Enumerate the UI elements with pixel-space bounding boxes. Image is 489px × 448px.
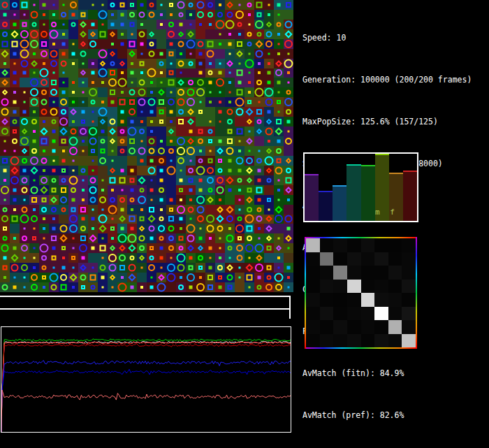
grid-cell[interactable] (98, 263, 108, 273)
grid-cell[interactable] (196, 78, 205, 87)
grid-cell[interactable] (225, 205, 235, 215)
grid-cell[interactable] (264, 39, 274, 49)
grid-cell[interactable] (137, 10, 147, 20)
grid-cell[interactable] (147, 205, 156, 215)
grid-cell[interactable] (127, 156, 137, 166)
grid-cell[interactable] (127, 166, 137, 175)
grid-cell[interactable] (245, 136, 254, 146)
grid-cell[interactable] (127, 127, 137, 136)
grid-cell[interactable] (68, 117, 78, 127)
grid-cell[interactable] (205, 253, 215, 263)
grid-cell[interactable] (127, 39, 137, 49)
grid-cell[interactable] (117, 68, 127, 78)
grid-cell[interactable] (39, 215, 49, 224)
grid-cell[interactable] (108, 29, 117, 39)
grid-cell[interactable] (88, 10, 98, 20)
grid-cell[interactable] (137, 107, 147, 117)
grid-cell[interactable] (264, 195, 274, 205)
grid-cell[interactable] (0, 273, 10, 282)
grid-cell[interactable] (254, 233, 264, 243)
grid-cell[interactable] (274, 205, 284, 215)
grid-cell[interactable] (166, 68, 176, 78)
grid-cell[interactable] (68, 205, 78, 215)
grid-cell[interactable] (176, 39, 186, 49)
grid-cell[interactable] (29, 39, 39, 49)
grid-cell[interactable] (39, 127, 49, 136)
grid-cell[interactable] (0, 215, 10, 224)
grid-cell[interactable] (176, 29, 186, 39)
grid-cell[interactable] (10, 127, 20, 136)
grid-cell[interactable] (108, 78, 117, 87)
grid-cell[interactable] (117, 49, 127, 59)
grid-cell[interactable] (78, 224, 88, 233)
grid-cell[interactable] (205, 107, 215, 117)
grid-cell[interactable] (88, 59, 98, 68)
grid-cell[interactable] (10, 166, 20, 175)
grid-cell[interactable] (156, 146, 166, 156)
grid-cell[interactable] (176, 20, 186, 29)
grid-cell[interactable] (166, 205, 176, 215)
grid-cell[interactable] (137, 263, 147, 273)
grid-cell[interactable] (264, 0, 274, 10)
grid-cell[interactable] (215, 185, 225, 195)
grid-cell[interactable] (166, 78, 176, 87)
grid-cell[interactable] (117, 233, 127, 243)
grid-cell[interactable] (68, 97, 78, 107)
grid-cell[interactable] (147, 39, 156, 49)
grid-cell[interactable] (264, 68, 274, 78)
grid-cell[interactable] (29, 107, 39, 117)
grid-cell[interactable] (98, 243, 108, 253)
grid-cell[interactable] (147, 146, 156, 156)
grid-cell[interactable] (98, 59, 108, 68)
grid-cell[interactable] (186, 233, 196, 243)
grid-cell[interactable] (20, 282, 29, 292)
grid-cell[interactable] (108, 59, 117, 68)
grid-cell[interactable] (59, 243, 68, 253)
grid-cell[interactable] (235, 156, 245, 166)
grid-cell[interactable] (245, 87, 254, 97)
grid-cell[interactable] (39, 253, 49, 263)
grid-cell[interactable] (68, 59, 78, 68)
grid-cell[interactable] (137, 253, 147, 263)
grid-cell[interactable] (59, 185, 68, 195)
grid-cell[interactable] (274, 195, 284, 205)
grid-cell[interactable] (235, 185, 245, 195)
grid-cell[interactable] (166, 263, 176, 273)
grid-cell[interactable] (176, 156, 186, 166)
grid-cell[interactable] (196, 205, 205, 215)
grid-cell[interactable] (235, 10, 245, 20)
grid-cell[interactable] (235, 253, 245, 263)
grid-cell[interactable] (235, 107, 245, 117)
grid-cell[interactable] (156, 215, 166, 224)
grid-cell[interactable] (0, 185, 10, 195)
grid-cell[interactable] (225, 107, 235, 117)
grid-cell[interactable] (245, 282, 254, 292)
grid-cell[interactable] (254, 195, 264, 205)
grid-cell[interactable] (235, 49, 245, 59)
grid-cell[interactable] (156, 136, 166, 146)
grid-cell[interactable] (78, 0, 88, 10)
grid-cell[interactable] (156, 78, 166, 87)
grid-cell[interactable] (59, 127, 68, 136)
grid-cell[interactable] (29, 97, 39, 107)
grid-cell[interactable] (49, 243, 59, 253)
grid-cell[interactable] (186, 224, 196, 233)
grid-cell[interactable] (274, 39, 284, 49)
grid-cell[interactable] (176, 185, 186, 195)
grid-cell[interactable] (137, 68, 147, 78)
grid-cell[interactable] (196, 215, 205, 224)
grid-cell[interactable] (0, 97, 10, 107)
grid-cell[interactable] (156, 127, 166, 136)
grid-cell[interactable] (147, 20, 156, 29)
grid-cell[interactable] (225, 175, 235, 185)
grid-cell[interactable] (284, 127, 293, 136)
grid-cell[interactable] (108, 117, 117, 127)
grid-cell[interactable] (274, 97, 284, 107)
grid-cell[interactable] (117, 215, 127, 224)
grid-cell[interactable] (137, 233, 147, 243)
grid-cell[interactable] (98, 87, 108, 97)
grid-cell[interactable] (176, 97, 186, 107)
grid-cell[interactable] (29, 282, 39, 292)
grid-cell[interactable] (176, 68, 186, 78)
grid-cell[interactable] (245, 215, 254, 224)
